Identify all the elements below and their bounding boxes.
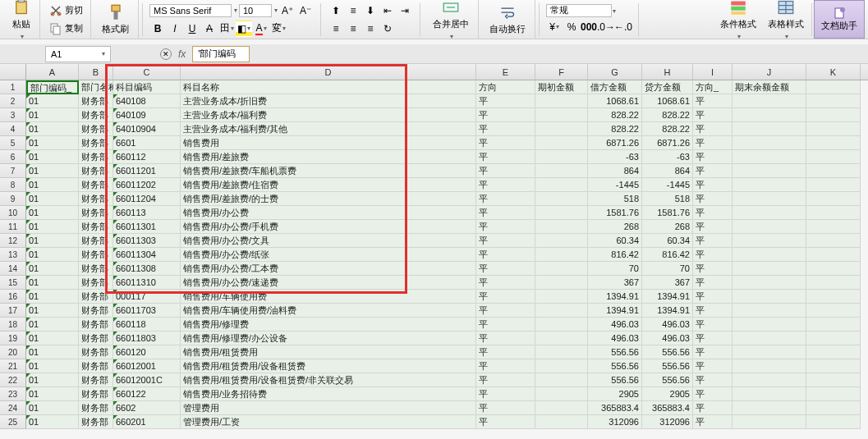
- cell[interactable]: 01: [26, 345, 79, 359]
- cell[interactable]: 平: [693, 150, 733, 164]
- cell[interactable]: 平: [693, 262, 733, 276]
- phonetic-button[interactable]: 変▾: [270, 21, 287, 37]
- cell[interactable]: 平: [693, 276, 733, 290]
- cell[interactable]: 销售费用/车辆使用费: [181, 290, 476, 304]
- cell[interactable]: 496.03: [588, 318, 642, 332]
- cell[interactable]: 平: [476, 248, 535, 262]
- cell[interactable]: 66011308: [113, 262, 181, 276]
- cell[interactable]: 平: [693, 332, 733, 345]
- cell[interactable]: [733, 332, 806, 345]
- cell[interactable]: 01: [26, 304, 79, 318]
- cell[interactable]: 平: [476, 192, 535, 206]
- cell[interactable]: 平: [693, 164, 733, 178]
- cell[interactable]: [535, 150, 588, 164]
- col-header-C[interactable]: C: [113, 64, 181, 80]
- merge-center-button[interactable]: 合并居中▾: [427, 0, 475, 43]
- cell[interactable]: [535, 220, 588, 234]
- cell[interactable]: 01: [26, 359, 79, 373]
- cell[interactable]: 财务部: [79, 318, 113, 332]
- cell[interactable]: 660120: [113, 345, 181, 359]
- cell[interactable]: [733, 415, 806, 429]
- cell[interactable]: 销售费用/租赁费用: [181, 345, 476, 359]
- cell[interactable]: [806, 304, 861, 318]
- cell[interactable]: 平: [476, 150, 535, 164]
- cell[interactable]: 财务部: [79, 220, 113, 234]
- cell[interactable]: 70: [642, 262, 693, 276]
- row-header[interactable]: 20: [0, 345, 26, 359]
- cell[interactable]: 平: [693, 122, 733, 136]
- row-header[interactable]: 13: [0, 248, 26, 262]
- font-size-select[interactable]: [239, 4, 272, 17]
- row-header[interactable]: 12: [0, 234, 26, 248]
- cell[interactable]: [733, 248, 806, 262]
- cell[interactable]: [806, 401, 861, 415]
- cell[interactable]: 管理费用: [181, 401, 476, 415]
- cell[interactable]: [535, 122, 588, 136]
- col-header-I[interactable]: I: [693, 64, 733, 80]
- cell[interactable]: 财务部: [79, 136, 113, 150]
- cell[interactable]: 1394.91: [588, 290, 642, 304]
- cell[interactable]: 01: [26, 290, 79, 304]
- cell[interactable]: [535, 276, 588, 290]
- cell[interactable]: 01: [26, 332, 79, 345]
- cell[interactable]: 640109: [113, 108, 181, 122]
- cell[interactable]: 66012001: [113, 359, 181, 373]
- cell[interactable]: 1394.91: [588, 304, 642, 318]
- cell[interactable]: 平: [476, 136, 535, 150]
- cell[interactable]: 科目编码: [113, 80, 181, 94]
- cell[interactable]: [535, 332, 588, 345]
- cell[interactable]: [733, 234, 806, 248]
- cell[interactable]: 财务部: [79, 164, 113, 178]
- cell[interactable]: [535, 234, 588, 248]
- cell[interactable]: 科目名称: [181, 80, 476, 94]
- cell[interactable]: [806, 122, 861, 136]
- row-header[interactable]: 4: [0, 122, 26, 136]
- cell[interactable]: 66011202: [113, 178, 181, 192]
- cell[interactable]: 销售费用/差旅费/车船机票费: [181, 164, 476, 178]
- row-header[interactable]: 16: [0, 290, 26, 304]
- cell[interactable]: 556.56: [588, 345, 642, 359]
- row-header[interactable]: 14: [0, 262, 26, 276]
- cell[interactable]: 平: [476, 415, 535, 429]
- align-right-button[interactable]: ≡: [362, 21, 379, 37]
- cell[interactable]: [806, 276, 861, 290]
- cell[interactable]: [806, 248, 861, 262]
- cell[interactable]: 销售费用/办公费/文具: [181, 234, 476, 248]
- cell[interactable]: [806, 373, 861, 387]
- cell[interactable]: 销售费用/租赁费用/设备租赁费/非关联交易: [181, 373, 476, 387]
- cell[interactable]: 财务部: [79, 359, 113, 373]
- font-name-select[interactable]: [149, 4, 232, 17]
- cell[interactable]: 财务部: [79, 262, 113, 276]
- cell[interactable]: 平: [476, 220, 535, 234]
- cell[interactable]: [806, 108, 861, 122]
- italic-button[interactable]: I: [167, 21, 183, 37]
- cell[interactable]: [733, 359, 806, 373]
- cell[interactable]: 平: [693, 318, 733, 332]
- col-header-H[interactable]: H: [642, 64, 693, 80]
- cell[interactable]: [535, 108, 588, 122]
- cell[interactable]: 财务部: [79, 387, 113, 401]
- cell[interactable]: 财务部: [79, 290, 113, 304]
- cell[interactable]: 01: [26, 373, 79, 387]
- cell[interactable]: [535, 387, 588, 401]
- cell[interactable]: 期末余额金额: [733, 80, 806, 94]
- cell[interactable]: 01: [26, 220, 79, 234]
- cell[interactable]: 66011303: [113, 234, 181, 248]
- cell[interactable]: [733, 276, 806, 290]
- cell[interactable]: 期初金额: [535, 80, 588, 94]
- row-header[interactable]: 1: [0, 80, 26, 94]
- cell[interactable]: 财务部: [79, 304, 113, 318]
- cell[interactable]: 平: [693, 94, 733, 108]
- cell[interactable]: 部门名称: [79, 80, 113, 94]
- cell[interactable]: 70: [588, 262, 642, 276]
- align-top-button[interactable]: ⬆: [328, 2, 344, 19]
- cell[interactable]: 01: [26, 415, 79, 429]
- cell[interactable]: 496.03: [642, 318, 693, 332]
- cell[interactable]: 方向: [476, 80, 535, 94]
- cell[interactable]: 64010904: [113, 122, 181, 136]
- cell[interactable]: 660112: [113, 150, 181, 164]
- cell[interactable]: 6871.26: [588, 136, 642, 150]
- cell[interactable]: 平: [476, 332, 535, 345]
- table-style-button[interactable]: 表格样式▾: [762, 0, 810, 43]
- cell[interactable]: [806, 220, 861, 234]
